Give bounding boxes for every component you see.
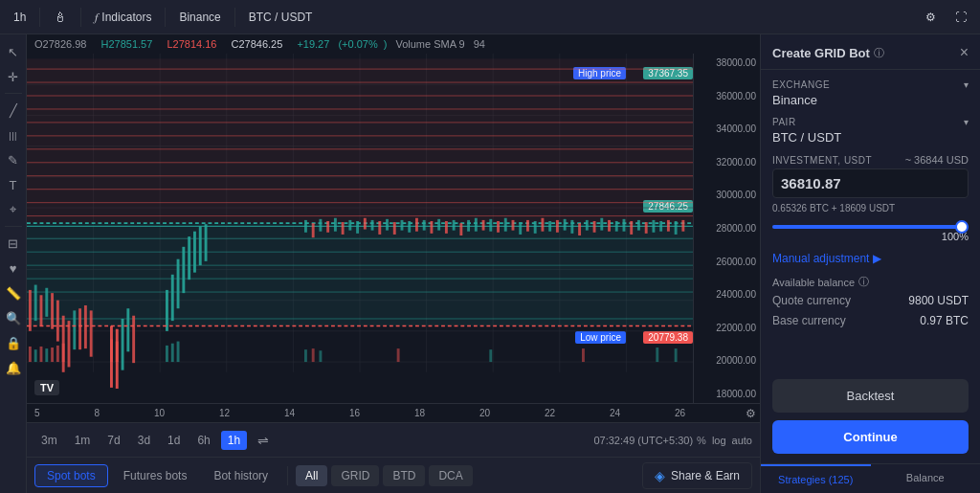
log-btn[interactable]: log: [712, 435, 726, 446]
pct-btn[interactable]: %: [697, 435, 706, 446]
svg-rect-86: [453, 220, 456, 231]
pattern-tool-btn[interactable]: ⌖: [2, 198, 25, 221]
svg-rect-48: [68, 321, 71, 367]
lock-btn[interactable]: 🔒: [2, 331, 25, 354]
exchange-dropdown-icon[interactable]: ▾: [964, 79, 969, 90]
pair-btn[interactable]: BTC / USDT: [243, 7, 319, 28]
svg-rect-93: [504, 218, 507, 232]
timeframe-7d-btn[interactable]: 7d: [100, 431, 126, 450]
share-earn-btn[interactable]: ◈ Share & Earn: [642, 462, 752, 489]
investment-input[interactable]: 36810.87: [772, 168, 969, 198]
svg-rect-128: [171, 344, 174, 362]
left-toolbar: ↖ ✛ ╱ ⫼ ✎ T ⌖ ⊟ ♥ 📏 🔍 🔒 🔔: [0, 34, 27, 493]
timeframe-1m-btn[interactable]: 1m: [68, 431, 98, 450]
line-tool-btn[interactable]: ╱: [2, 99, 25, 122]
filter-grid-btn[interactable]: GRID: [331, 465, 379, 486]
panel-title: Create GRID Bot: [772, 46, 870, 60]
panel-info-icon[interactable]: ⓘ: [874, 46, 884, 60]
svg-rect-42: [34, 285, 37, 322]
svg-rect-75: [371, 220, 374, 231]
measure-icon: ⊟: [8, 236, 18, 251]
spot-bots-tab[interactable]: Spot bots: [34, 464, 108, 487]
svg-rect-101: [564, 219, 567, 231]
cursor-tool-btn[interactable]: ↖: [2, 40, 25, 63]
zoom-btn[interactable]: 🔍: [2, 306, 25, 329]
compare-btn[interactable]: ⇌: [251, 430, 276, 451]
panel-footer-tabs: Strategies (125) Balance: [761, 463, 980, 493]
timeframe-6h-btn[interactable]: 6h: [190, 431, 216, 450]
svg-rect-127: [166, 346, 168, 362]
timeframe-3d-btn[interactable]: 3d: [131, 431, 157, 450]
exchange-btn[interactable]: Binance: [173, 7, 226, 28]
svg-rect-52: [90, 310, 93, 356]
favorites-btn[interactable]: ♥: [2, 257, 25, 280]
svg-rect-106: [600, 218, 603, 231]
auto-btn[interactable]: auto: [732, 435, 752, 446]
divider2: [80, 8, 81, 27]
alert-btn[interactable]: 🔔: [2, 356, 25, 379]
slider-thumb[interactable]: [955, 220, 969, 234]
close-value: C27846.25: [232, 38, 292, 50]
settings-btn[interactable]: ⚙: [920, 7, 942, 28]
chart-canvas[interactable]: 38000.00 36000.00 34000.00 32000.00 3000…: [27, 54, 760, 403]
continue-btn[interactable]: Continue: [772, 420, 969, 454]
divider1: [39, 8, 40, 27]
channel-tool-btn[interactable]: ⫼: [2, 123, 25, 146]
measure-tool-btn[interactable]: ⊟: [2, 232, 25, 255]
avail-balance-info-icon: ⓘ: [858, 275, 869, 289]
crosshair-tool-btn[interactable]: ✛: [2, 65, 25, 88]
svg-rect-84: [437, 219, 440, 231]
exchange-label: Binance: [179, 11, 220, 24]
timeframe-3m-btn[interactable]: 3m: [34, 431, 64, 450]
svg-rect-94: [512, 220, 515, 231]
candle-type-btn[interactable]: 🕯: [48, 6, 73, 29]
brush-icon: ✎: [8, 153, 18, 168]
svg-rect-126: [116, 342, 119, 362]
ruler-icon: 📏: [6, 286, 21, 301]
chart-svg: [27, 54, 693, 403]
svg-rect-134: [489, 349, 492, 362]
panel-body: Exchange ▾ Binance Pair ▾ BTC / USDT Inv…: [761, 70, 980, 379]
text-tool-btn[interactable]: T: [2, 173, 25, 196]
backtest-btn[interactable]: Backtest: [772, 379, 969, 413]
btc-breakdown: 0.65326 BTC + 18609 USDT: [772, 203, 969, 213]
balance-tab[interactable]: Balance: [871, 464, 981, 493]
pair-dropdown-icon[interactable]: ▾: [964, 117, 969, 127]
x-label-5: 5: [34, 408, 40, 418]
futures-bots-tab[interactable]: Futures bots: [112, 464, 199, 487]
timeframe-selector[interactable]: 1h: [8, 7, 32, 28]
strategies-tab[interactable]: Strategies (125): [761, 464, 871, 493]
base-currency-label: Base currency: [772, 314, 846, 327]
svg-rect-49: [73, 310, 76, 349]
filter-all-btn[interactable]: All: [296, 465, 327, 486]
x-axis-settings-btn[interactable]: ⚙: [746, 407, 756, 420]
timeframe-1h-btn[interactable]: 1h: [221, 431, 247, 450]
svg-rect-68: [319, 219, 322, 232]
x-label-12: 12: [219, 408, 230, 418]
ruler-btn[interactable]: 📏: [2, 281, 25, 304]
investment-slider[interactable]: 100%: [772, 225, 969, 242]
svg-rect-135: [582, 348, 585, 362]
price-axis: 38000.00 36000.00 34000.00 32000.00 3000…: [693, 54, 760, 403]
svg-rect-55: [122, 319, 124, 370]
svg-rect-137: [675, 348, 678, 362]
manual-adj-label: Manual adjustment: [772, 252, 869, 265]
filter-dca-btn[interactable]: DCA: [429, 465, 472, 486]
volume-info: Volume SMA 9 94: [395, 38, 490, 50]
bot-history-tab[interactable]: Bot history: [202, 464, 279, 487]
indicators-btn[interactable]: 𝑓 Indicators: [89, 7, 157, 28]
manual-adj-icon: ▶: [873, 252, 881, 265]
svg-rect-61: [182, 247, 185, 293]
fullscreen-btn[interactable]: ⛶: [949, 7, 972, 28]
panel-close-btn[interactable]: ×: [960, 44, 969, 61]
filter-btd-btn[interactable]: BTD: [383, 465, 425, 486]
svg-rect-114: [659, 221, 662, 232]
timeframe-1d-btn[interactable]: 1d: [161, 431, 187, 450]
brush-tool-btn[interactable]: ✎: [2, 148, 25, 171]
price-30000: 30000.00: [698, 190, 756, 200]
manual-adjustment-btn[interactable]: Manual adjustment ▶: [772, 252, 969, 265]
investment-label: Investment, USDT: [772, 155, 872, 166]
svg-rect-100: [556, 220, 559, 233]
action-buttons: Backtest Continue: [761, 379, 980, 463]
crosshair-icon: ✛: [8, 70, 18, 84]
